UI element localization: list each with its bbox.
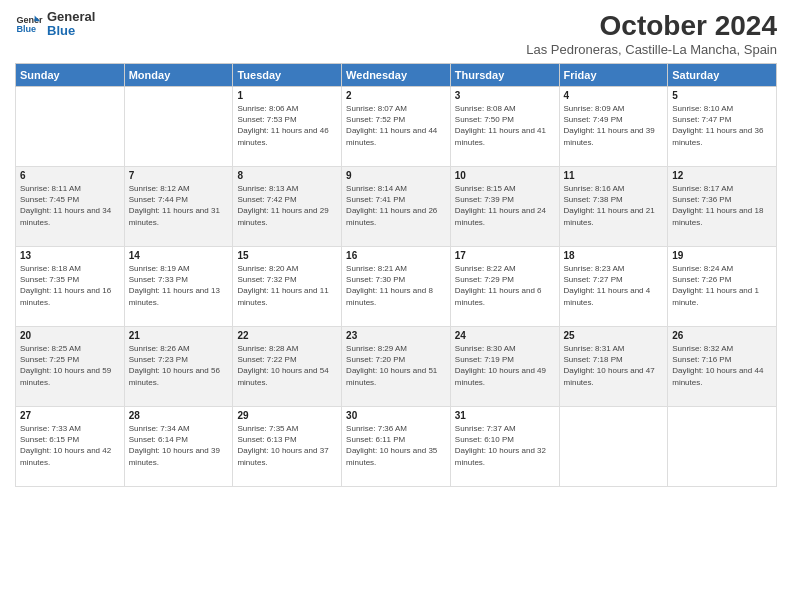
logo: General Blue General Blue xyxy=(15,10,95,39)
calendar-table: SundayMondayTuesdayWednesdayThursdayFrid… xyxy=(15,63,777,487)
day-number: 31 xyxy=(455,410,555,421)
weekday-header-tuesday: Tuesday xyxy=(233,64,342,87)
day-number: 9 xyxy=(346,170,446,181)
day-info: Sunrise: 8:16 AM Sunset: 7:38 PM Dayligh… xyxy=(564,183,664,228)
day-info: Sunrise: 7:35 AM Sunset: 6:13 PM Dayligh… xyxy=(237,423,337,468)
day-info: Sunrise: 8:13 AM Sunset: 7:42 PM Dayligh… xyxy=(237,183,337,228)
day-info: Sunrise: 8:25 AM Sunset: 7:25 PM Dayligh… xyxy=(20,343,120,388)
weekday-header-monday: Monday xyxy=(124,64,233,87)
calendar-cell xyxy=(124,87,233,167)
day-info: Sunrise: 8:07 AM Sunset: 7:52 PM Dayligh… xyxy=(346,103,446,148)
day-info: Sunrise: 8:06 AM Sunset: 7:53 PM Dayligh… xyxy=(237,103,337,148)
calendar-cell: 12Sunrise: 8:17 AM Sunset: 7:36 PM Dayli… xyxy=(668,167,777,247)
day-number: 27 xyxy=(20,410,120,421)
day-number: 23 xyxy=(346,330,446,341)
calendar-cell: 1Sunrise: 8:06 AM Sunset: 7:53 PM Daylig… xyxy=(233,87,342,167)
logo-icon: General Blue xyxy=(15,10,43,38)
day-info: Sunrise: 8:09 AM Sunset: 7:49 PM Dayligh… xyxy=(564,103,664,148)
calendar-cell: 6Sunrise: 8:11 AM Sunset: 7:45 PM Daylig… xyxy=(16,167,125,247)
calendar-cell: 22Sunrise: 8:28 AM Sunset: 7:22 PM Dayli… xyxy=(233,327,342,407)
calendar-cell: 19Sunrise: 8:24 AM Sunset: 7:26 PM Dayli… xyxy=(668,247,777,327)
day-info: Sunrise: 8:18 AM Sunset: 7:35 PM Dayligh… xyxy=(20,263,120,308)
week-row-3: 13Sunrise: 8:18 AM Sunset: 7:35 PM Dayli… xyxy=(16,247,777,327)
day-number: 6 xyxy=(20,170,120,181)
day-number: 30 xyxy=(346,410,446,421)
day-info: Sunrise: 7:37 AM Sunset: 6:10 PM Dayligh… xyxy=(455,423,555,468)
calendar-cell: 3Sunrise: 8:08 AM Sunset: 7:50 PM Daylig… xyxy=(450,87,559,167)
day-number: 29 xyxy=(237,410,337,421)
day-number: 20 xyxy=(20,330,120,341)
day-number: 16 xyxy=(346,250,446,261)
logo-text-blue: Blue xyxy=(47,24,95,38)
header: General Blue General Blue October 2024 L… xyxy=(15,10,777,57)
svg-text:Blue: Blue xyxy=(16,25,36,35)
subtitle: Las Pedroneras, Castille-La Mancha, Spai… xyxy=(526,42,777,57)
weekday-header-sunday: Sunday xyxy=(16,64,125,87)
day-info: Sunrise: 8:12 AM Sunset: 7:44 PM Dayligh… xyxy=(129,183,229,228)
day-info: Sunrise: 8:22 AM Sunset: 7:29 PM Dayligh… xyxy=(455,263,555,308)
day-info: Sunrise: 8:28 AM Sunset: 7:22 PM Dayligh… xyxy=(237,343,337,388)
week-row-2: 6Sunrise: 8:11 AM Sunset: 7:45 PM Daylig… xyxy=(16,167,777,247)
day-info: Sunrise: 8:14 AM Sunset: 7:41 PM Dayligh… xyxy=(346,183,446,228)
calendar-cell: 16Sunrise: 8:21 AM Sunset: 7:30 PM Dayli… xyxy=(342,247,451,327)
weekday-header-saturday: Saturday xyxy=(668,64,777,87)
day-number: 8 xyxy=(237,170,337,181)
calendar-cell: 24Sunrise: 8:30 AM Sunset: 7:19 PM Dayli… xyxy=(450,327,559,407)
calendar-cell: 5Sunrise: 8:10 AM Sunset: 7:47 PM Daylig… xyxy=(668,87,777,167)
day-info: Sunrise: 8:31 AM Sunset: 7:18 PM Dayligh… xyxy=(564,343,664,388)
day-info: Sunrise: 8:17 AM Sunset: 7:36 PM Dayligh… xyxy=(672,183,772,228)
day-number: 1 xyxy=(237,90,337,101)
day-info: Sunrise: 8:21 AM Sunset: 7:30 PM Dayligh… xyxy=(346,263,446,308)
calendar-cell: 17Sunrise: 8:22 AM Sunset: 7:29 PM Dayli… xyxy=(450,247,559,327)
day-number: 14 xyxy=(129,250,229,261)
calendar-cell: 8Sunrise: 8:13 AM Sunset: 7:42 PM Daylig… xyxy=(233,167,342,247)
day-number: 26 xyxy=(672,330,772,341)
day-info: Sunrise: 8:26 AM Sunset: 7:23 PM Dayligh… xyxy=(129,343,229,388)
day-info: Sunrise: 8:20 AM Sunset: 7:32 PM Dayligh… xyxy=(237,263,337,308)
day-info: Sunrise: 8:23 AM Sunset: 7:27 PM Dayligh… xyxy=(564,263,664,308)
calendar-cell: 15Sunrise: 8:20 AM Sunset: 7:32 PM Dayli… xyxy=(233,247,342,327)
week-row-5: 27Sunrise: 7:33 AM Sunset: 6:15 PM Dayli… xyxy=(16,407,777,487)
calendar-cell: 4Sunrise: 8:09 AM Sunset: 7:49 PM Daylig… xyxy=(559,87,668,167)
calendar-cell xyxy=(668,407,777,487)
calendar-cell: 29Sunrise: 7:35 AM Sunset: 6:13 PM Dayli… xyxy=(233,407,342,487)
day-number: 11 xyxy=(564,170,664,181)
day-info: Sunrise: 8:32 AM Sunset: 7:16 PM Dayligh… xyxy=(672,343,772,388)
day-number: 2 xyxy=(346,90,446,101)
calendar-cell xyxy=(559,407,668,487)
day-info: Sunrise: 8:19 AM Sunset: 7:33 PM Dayligh… xyxy=(129,263,229,308)
day-number: 12 xyxy=(672,170,772,181)
logo-text-general: General xyxy=(47,10,95,24)
calendar-cell xyxy=(16,87,125,167)
calendar-cell: 10Sunrise: 8:15 AM Sunset: 7:39 PM Dayli… xyxy=(450,167,559,247)
day-info: Sunrise: 7:34 AM Sunset: 6:14 PM Dayligh… xyxy=(129,423,229,468)
day-info: Sunrise: 8:11 AM Sunset: 7:45 PM Dayligh… xyxy=(20,183,120,228)
day-number: 7 xyxy=(129,170,229,181)
day-info: Sunrise: 8:30 AM Sunset: 7:19 PM Dayligh… xyxy=(455,343,555,388)
day-number: 15 xyxy=(237,250,337,261)
main-title: October 2024 xyxy=(526,10,777,42)
day-number: 25 xyxy=(564,330,664,341)
calendar-cell: 9Sunrise: 8:14 AM Sunset: 7:41 PM Daylig… xyxy=(342,167,451,247)
day-number: 17 xyxy=(455,250,555,261)
day-number: 21 xyxy=(129,330,229,341)
calendar-cell: 26Sunrise: 8:32 AM Sunset: 7:16 PM Dayli… xyxy=(668,327,777,407)
calendar-cell: 7Sunrise: 8:12 AM Sunset: 7:44 PM Daylig… xyxy=(124,167,233,247)
day-number: 19 xyxy=(672,250,772,261)
calendar-cell: 28Sunrise: 7:34 AM Sunset: 6:14 PM Dayli… xyxy=(124,407,233,487)
calendar-cell: 23Sunrise: 8:29 AM Sunset: 7:20 PM Dayli… xyxy=(342,327,451,407)
day-number: 13 xyxy=(20,250,120,261)
calendar-cell: 27Sunrise: 7:33 AM Sunset: 6:15 PM Dayli… xyxy=(16,407,125,487)
day-info: Sunrise: 8:10 AM Sunset: 7:47 PM Dayligh… xyxy=(672,103,772,148)
day-number: 22 xyxy=(237,330,337,341)
calendar-cell: 25Sunrise: 8:31 AM Sunset: 7:18 PM Dayli… xyxy=(559,327,668,407)
day-info: Sunrise: 7:33 AM Sunset: 6:15 PM Dayligh… xyxy=(20,423,120,468)
calendar-cell: 14Sunrise: 8:19 AM Sunset: 7:33 PM Dayli… xyxy=(124,247,233,327)
calendar-cell: 31Sunrise: 7:37 AM Sunset: 6:10 PM Dayli… xyxy=(450,407,559,487)
week-row-4: 20Sunrise: 8:25 AM Sunset: 7:25 PM Dayli… xyxy=(16,327,777,407)
calendar-cell: 2Sunrise: 8:07 AM Sunset: 7:52 PM Daylig… xyxy=(342,87,451,167)
week-row-1: 1Sunrise: 8:06 AM Sunset: 7:53 PM Daylig… xyxy=(16,87,777,167)
weekday-header-thursday: Thursday xyxy=(450,64,559,87)
calendar-cell: 21Sunrise: 8:26 AM Sunset: 7:23 PM Dayli… xyxy=(124,327,233,407)
day-number: 18 xyxy=(564,250,664,261)
